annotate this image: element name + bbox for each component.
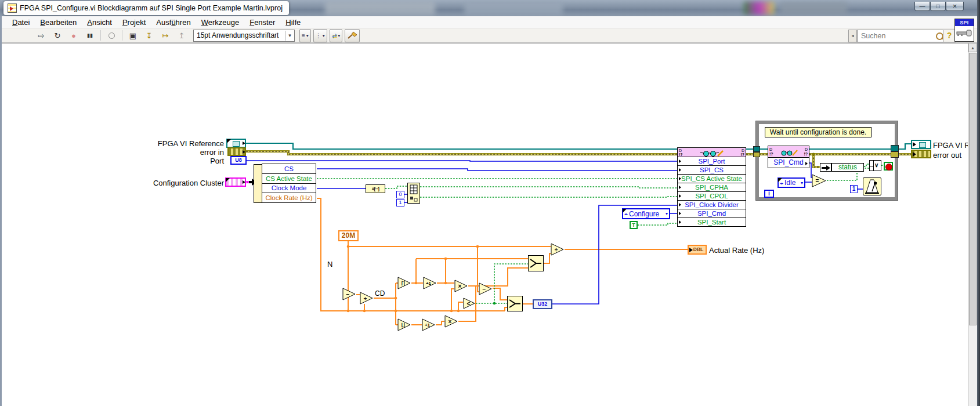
index-constant-1[interactable]: 1 — [396, 199, 404, 206]
spi-row-spi-cpha[interactable]: SPI_CPHA — [677, 183, 746, 192]
loop-tunnel-error-in[interactable] — [753, 152, 760, 157]
fpga-vi-reference-label: FPGA VI Reference — [145, 139, 224, 148]
index-array-icon — [408, 183, 420, 203]
idle-enum-constant[interactable]: ◂▸ Idle ▾ — [778, 177, 805, 188]
unbundle-field-cs-active-state[interactable]: CS Active State — [262, 173, 316, 184]
spi-row-spi-cmd[interactable]: SPI_Cmd — [677, 209, 746, 218]
scrollbar-thumb[interactable] — [969, 53, 977, 325]
or-node[interactable]: ∨ — [869, 160, 881, 171]
divide-node-2[interactable]: ÷ — [551, 242, 565, 256]
index-constant-0[interactable]: 0 — [396, 191, 404, 198]
chevron-down-icon[interactable]: ▾ — [801, 180, 803, 186]
input-nub — [689, 248, 693, 252]
input-nub — [679, 212, 681, 215]
vertical-scrollbar[interactable]: ▲ — [968, 43, 977, 406]
stop-icon — [885, 164, 892, 171]
fpga-vi-reference-out-label: FPGA VI Re — [933, 141, 969, 150]
wait-ms-constant[interactable]: 1 — [850, 185, 858, 193]
to-u32-node[interactable]: U32 — [533, 299, 552, 309]
input-nub — [913, 152, 916, 157]
clock-constant-20m[interactable]: 20M — [338, 230, 359, 241]
divide-node[interactable]: ÷ — [360, 291, 374, 305]
fpga-vi-reference-out-terminal[interactable] — [911, 140, 931, 149]
input-nub — [679, 194, 681, 198]
configuration-cluster-terminal[interactable] — [225, 177, 246, 187]
multiply-node[interactable]: × — [454, 279, 468, 293]
wait-timer-node[interactable] — [863, 177, 881, 195]
select-icon — [528, 255, 544, 271]
loop-condition-terminal[interactable] — [884, 162, 893, 171]
unbundle-rows: CSCS Active StateClock ModeClock Rate (H… — [262, 164, 316, 203]
round-down-node[interactable]: ⌊⌋ — [397, 318, 411, 332]
file-icon — [919, 142, 926, 148]
unbundle-field-clock-mode[interactable]: Clock Mode — [262, 183, 316, 194]
loop-tunnel-ref-out[interactable] — [891, 145, 899, 151]
increment-node[interactable]: +1 — [423, 276, 437, 290]
error-out-icon: !? — [804, 152, 808, 156]
spi-write-node-rows: SPI_PortSPI_CSSPI_CS Active StateSPI_CPH… — [677, 157, 746, 227]
corner-wedge — [227, 139, 231, 143]
input-nub — [679, 186, 681, 189]
spi-read-node-row[interactable]: SPI_Cmd — [768, 157, 809, 168]
spi-row-spi-port[interactable]: SPI_Port — [677, 157, 746, 166]
window-border-left — [0, 16, 2, 406]
status-field[interactable]: status — [831, 163, 864, 172]
loop-iteration-terminal[interactable]: i — [764, 190, 774, 198]
loop-tunnel-ref-in[interactable] — [753, 146, 760, 152]
input-nub — [679, 160, 681, 163]
index-array-node[interactable] — [407, 183, 420, 204]
spi-row-spi-clock-divider[interactable]: SPI_Clock Divider — [677, 200, 746, 209]
window-border-right — [977, 0, 980, 406]
corner-wedge — [778, 178, 782, 182]
unbundle-strip[interactable] — [254, 164, 262, 203]
spi-read-node-header[interactable]: D !? D !? — [768, 146, 809, 158]
actual-rate-indicator[interactable]: DBL — [688, 245, 707, 255]
less-node[interactable]: < — [463, 297, 476, 310]
configure-enum-constant[interactable]: ◂▸ Configure ▾ — [622, 208, 670, 219]
error-in-icon: !? — [769, 152, 773, 156]
glasses-pencil-icon — [699, 149, 725, 157]
round-up-node[interactable]: ⌈⌉ — [397, 276, 411, 290]
reference-in-icon: D — [679, 148, 682, 153]
error-in-terminal[interactable] — [227, 147, 246, 156]
or-input-divider — [870, 166, 873, 166]
number-to-boolean-array-node[interactable]: #[···] — [366, 184, 385, 193]
scroll-up-button[interactable]: ▲ — [968, 43, 977, 52]
error-in-label: error in — [174, 148, 224, 157]
select-node[interactable] — [528, 255, 544, 271]
spi-row-spi-cs-active-state[interactable]: SPI_CS Active State — [677, 174, 746, 183]
unbundle-field-cs[interactable]: CS — [262, 164, 316, 174]
subtract-node[interactable]: − — [342, 287, 356, 301]
spi-row-spi-start[interactable]: SPI_Start — [677, 217, 746, 227]
error-out-label: error out — [933, 151, 969, 160]
spi-row-spi-cpol[interactable]: SPI_CPOL — [677, 191, 746, 201]
or-glyph: ∨ — [874, 162, 878, 168]
select-icon — [507, 296, 523, 311]
multiply-node-2[interactable]: × — [444, 314, 458, 328]
key-icon — [955, 26, 974, 40]
metronome-icon — [863, 178, 881, 195]
spi-row-spi-cs[interactable]: SPI_CS — [677, 165, 746, 175]
unbundle-field-clock-rate--hz-[interactable]: Clock Rate (Hz) — [262, 193, 316, 203]
input-nub — [913, 142, 916, 147]
loop-tunnel-error-out[interactable] — [891, 151, 899, 158]
configuration-cluster-label: Configuration Cluster — [146, 179, 224, 187]
corner-wedge — [623, 209, 627, 213]
error-out-terminal[interactable] — [911, 150, 931, 158]
true-constant[interactable]: T — [630, 221, 638, 229]
increment-node-2[interactable]: +1 — [422, 318, 436, 332]
vi-icon-pane[interactable]: SPI — [954, 19, 974, 42]
input-nub — [679, 203, 681, 206]
output-nub — [243, 142, 245, 145]
enum-value: Configure — [629, 210, 659, 218]
wires-layer — [0, 0, 980, 406]
select-node-2[interactable] — [507, 296, 523, 311]
fpga-vi-reference-terminal[interactable] — [226, 139, 246, 148]
subtract-node-2[interactable]: − — [479, 282, 493, 296]
chevron-down-icon[interactable]: ▾ — [666, 211, 668, 216]
equal-node[interactable]: = — [812, 174, 827, 187]
loop-comment-label[interactable]: Wait until configuration is done. — [765, 127, 871, 137]
unbundle-status-arrow[interactable] — [820, 163, 831, 172]
port-label: Port — [191, 157, 224, 165]
port-terminal[interactable]: U8 — [230, 156, 247, 165]
